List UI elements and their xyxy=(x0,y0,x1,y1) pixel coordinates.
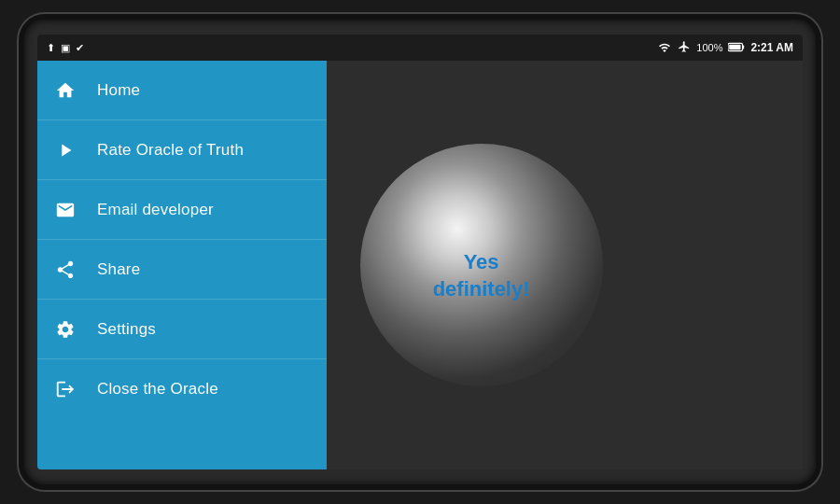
email-icon xyxy=(52,197,78,223)
settings-icon xyxy=(52,316,78,343)
drawer-label-settings: Settings xyxy=(97,320,156,339)
check-icon: ✔ xyxy=(76,42,84,54)
home-icon xyxy=(52,77,78,104)
status-bar: ⬆ ▣ ✔ 100% xyxy=(37,35,803,61)
share-icon xyxy=(52,257,78,283)
content-area: Yes definitely! Home xyxy=(37,61,803,469)
svg-rect-2 xyxy=(743,45,745,49)
navigation-drawer: Home Rate Oracle of Truth xyxy=(37,61,327,469)
drawer-label-share: Share xyxy=(97,260,140,279)
svg-rect-1 xyxy=(730,44,741,49)
drawer-item-close[interactable]: Close the Oracle xyxy=(37,359,327,419)
screenshot-icon: ▣ xyxy=(61,42,70,54)
drawer-label-close: Close the Oracle xyxy=(97,380,218,399)
battery-text: 100% xyxy=(696,42,722,53)
status-time: 2:21 AM xyxy=(750,41,793,54)
drawer-item-share[interactable]: Share xyxy=(37,240,327,300)
exit-icon xyxy=(52,376,78,402)
drawer-item-rate[interactable]: Rate Oracle of Truth xyxy=(37,120,327,180)
usb-icon: ⬆ xyxy=(47,42,55,54)
airplane-icon xyxy=(678,40,691,55)
wifi-icon xyxy=(657,41,672,54)
tablet-screen: ⬆ ▣ ✔ 100% xyxy=(37,35,803,469)
play-icon xyxy=(52,137,78,163)
drawer-label-home: Home xyxy=(97,81,140,100)
tablet-device: ⬆ ▣ ✔ 100% xyxy=(19,14,821,490)
battery-icon xyxy=(728,42,745,54)
drawer-item-email[interactable]: Email developer xyxy=(37,180,327,240)
drawer-label-rate: Rate Oracle of Truth xyxy=(97,141,244,160)
drawer-item-home[interactable]: Home xyxy=(37,61,327,120)
status-bar-right-icons: 100% 2:21 AM xyxy=(657,40,793,55)
oracle-answer: Yes definitely! xyxy=(433,249,530,302)
drawer-label-email: Email developer xyxy=(97,201,214,219)
drawer-item-settings[interactable]: Settings xyxy=(37,300,327,359)
status-bar-left-icons: ⬆ ▣ ✔ xyxy=(47,42,84,54)
